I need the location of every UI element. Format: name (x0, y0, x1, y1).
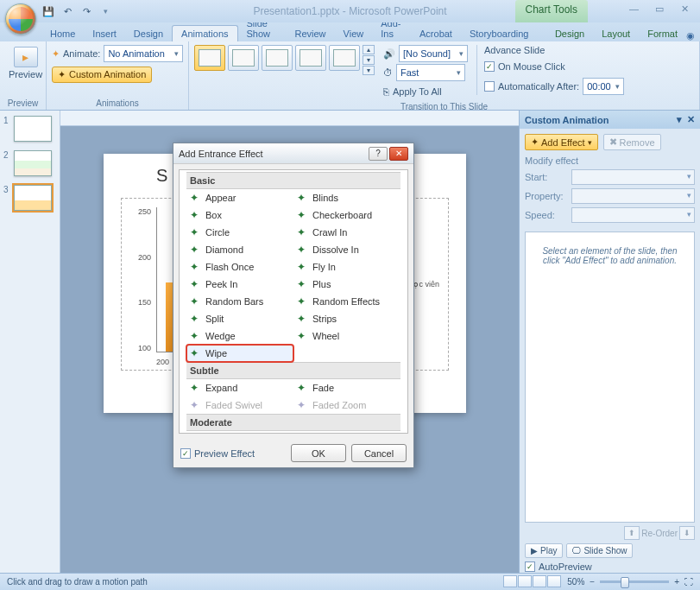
preview-effect-checkbox[interactable]: ✓ (180, 448, 191, 459)
auto-after-checkbox[interactable] (484, 81, 495, 92)
transition-option[interactable] (295, 45, 326, 71)
redo-icon[interactable]: ↷ (79, 4, 93, 18)
dialog-help-icon[interactable]: ? (369, 147, 388, 161)
help-icon[interactable]: ◉ (686, 30, 695, 41)
custom-animation-button[interactable]: ✦ Custom Animation (52, 67, 152, 83)
transition-option[interactable] (262, 45, 293, 71)
add-entrance-effect-dialog: Add Entrance Effect ? ✕ Basic ✦Appear✦Bl… (173, 143, 414, 468)
start-label: Start: (525, 172, 566, 182)
cancel-button[interactable]: Cancel (351, 444, 407, 462)
tab-home[interactable]: Home (41, 26, 84, 41)
fit-icon[interactable]: ⛶ (684, 577, 693, 587)
effect-wipe[interactable]: ✦Wipe (186, 345, 293, 362)
tab-chart-format[interactable]: Format (639, 26, 686, 41)
star-icon: ✦ (58, 69, 66, 80)
effect-peek-in[interactable]: ✦Peek In (186, 276, 293, 293)
tab-chart-design[interactable]: Design (546, 26, 593, 41)
preview-button[interactable]: ▸ Preview (5, 45, 46, 81)
effect-fade[interactable]: ✦Fade (293, 379, 400, 397)
on-mouse-click-checkbox[interactable]: ✓ (484, 61, 495, 72)
view-buttons[interactable] (503, 575, 562, 589)
transition-none[interactable] (194, 45, 225, 71)
reorder-up-button[interactable]: ⬆ (624, 526, 640, 540)
effect-icon: ✦ (190, 330, 202, 342)
effect-diamond[interactable]: ✦Diamond (186, 241, 293, 258)
effect-strips[interactable]: ✦Strips (293, 310, 400, 327)
effect-list[interactable]: Basic ✦Appear✦Blinds✦Box✦Checkerboard✦Ci… (179, 169, 408, 434)
transition-option[interactable] (228, 45, 259, 71)
auto-after-spinner[interactable]: 00:00 (583, 78, 624, 95)
sound-combo[interactable]: [No Sound] (399, 45, 468, 62)
effect-checkerboard[interactable]: ✦Checkerboard (293, 206, 400, 224)
tab-review[interactable]: Review (287, 26, 335, 41)
effect-split[interactable]: ✦Split (186, 310, 293, 327)
save-icon[interactable]: 💾 (41, 4, 55, 18)
tab-acrobat[interactable]: Acrobat (411, 26, 461, 41)
tab-design[interactable]: Design (125, 26, 172, 41)
zoom-in-icon[interactable]: + (674, 577, 679, 587)
reorder-down-button[interactable]: ⬇ (679, 526, 695, 540)
start-combo[interactable] (571, 169, 695, 185)
effect-circle[interactable]: ✦Circle (186, 224, 293, 241)
tab-view[interactable]: View (335, 26, 373, 41)
gallery-down-icon[interactable]: ▾ (363, 55, 375, 65)
slide-thumb-3[interactable]: 3 (3, 185, 56, 211)
advance-slide-label: Advance Slide (484, 45, 624, 55)
animate-combo[interactable]: No Animation (104, 45, 183, 62)
restore-icon[interactable]: ▭ (655, 3, 669, 15)
effect-plus[interactable]: ✦Plus (293, 276, 400, 293)
effect-flash-once[interactable]: ✦Flash Once (186, 258, 293, 276)
tab-chart-layout[interactable]: Layout (593, 26, 639, 41)
tab-storyboarding[interactable]: Storyboarding (461, 26, 538, 41)
effect-expand[interactable]: ✦Expand (186, 379, 293, 397)
effect-crawl-in[interactable]: ✦Crawl In (293, 224, 400, 241)
tab-insert[interactable]: Insert (84, 26, 125, 41)
autopreview-checkbox[interactable]: ✓ (525, 561, 535, 572)
gallery-more-icon[interactable]: ▾ (363, 66, 375, 75)
slide-thumbnails-panel: 1 2 3 (0, 111, 60, 577)
transition-option[interactable] (329, 45, 360, 71)
qat-dropdown-icon[interactable]: ▾ (98, 4, 112, 18)
effect-icon: ✦ (190, 295, 202, 308)
effect-blinds[interactable]: ✦Blinds (293, 189, 400, 206)
effect-appear[interactable]: ✦Appear (186, 189, 293, 206)
minimize-icon[interactable]: — (629, 3, 643, 15)
add-effect-button[interactable]: ✦Add Effect▾ (525, 134, 598, 150)
slide-thumb-2[interactable]: 2 (3, 150, 56, 176)
effect-wedge[interactable]: ✦Wedge (186, 327, 293, 345)
effect-wheel[interactable]: ✦Wheel (293, 327, 400, 345)
task-pane-close-icon[interactable]: ✕ (687, 114, 695, 125)
property-combo[interactable] (571, 188, 695, 204)
category-moderate: Moderate (186, 414, 400, 431)
chart-tools-contextual-tab: Chart Tools (515, 0, 588, 22)
effect-fly-in[interactable]: ✦Fly In (293, 258, 400, 276)
apply-to-all-button[interactable]: ⎘Apply To All (383, 83, 468, 100)
transition-gallery[interactable]: ▴ ▾ ▾ (194, 45, 375, 75)
effect-box[interactable]: ✦Box (186, 206, 293, 224)
preview-group-label: Preview (5, 97, 41, 110)
task-pane-dropdown-icon[interactable]: ▾ (677, 114, 682, 125)
ok-button[interactable]: OK (291, 444, 346, 462)
effect-faded-zoom[interactable]: ✦Faded Zoom (293, 397, 400, 414)
office-button[interactable] (5, 3, 36, 35)
zoom-out-icon[interactable]: − (590, 577, 595, 587)
close-icon[interactable]: ✕ (681, 3, 695, 15)
tab-animations[interactable]: Animations (172, 25, 237, 41)
remove-effect-button[interactable]: ✖Remove (603, 134, 661, 150)
custom-animation-pane: Custom Animation ▾✕ ✦Add Effect▾ ✖Remove… (519, 111, 700, 577)
zoom-slider[interactable] (600, 580, 669, 583)
chart-y-axis: 250 200 150 100 (125, 207, 151, 352)
effect-dissolve-in[interactable]: ✦Dissolve In (293, 241, 400, 258)
play-icon: ▶ (531, 546, 538, 555)
speed-combo[interactable] (571, 207, 695, 223)
slideshow-button[interactable]: 🖵Slide Show (566, 543, 633, 558)
speed-combo[interactable]: Fast (396, 64, 465, 81)
undo-icon[interactable]: ↶ (60, 4, 74, 18)
play-button[interactable]: ▶Play (525, 543, 563, 558)
effect-random-effects[interactable]: ✦Random Effects (293, 293, 400, 310)
slide-thumb-1[interactable]: 1 (3, 116, 56, 142)
effect-random-bars[interactable]: ✦Random Bars (186, 293, 293, 310)
gallery-up-icon[interactable]: ▴ (363, 45, 375, 54)
dialog-close-icon[interactable]: ✕ (389, 147, 408, 161)
effect-faded-swivel[interactable]: ✦Faded Swivel (186, 397, 293, 414)
